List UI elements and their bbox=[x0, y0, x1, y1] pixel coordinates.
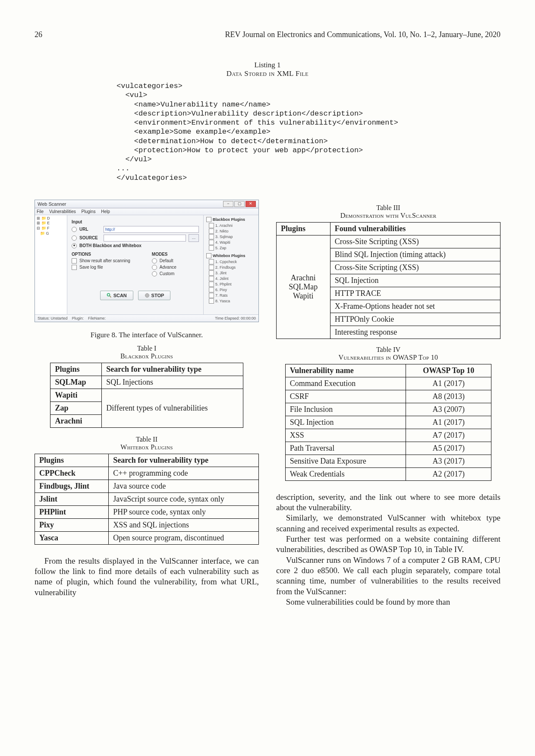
table-4: Vulnerability nameOWASP Top 10 Command E… bbox=[285, 364, 491, 481]
stop-button[interactable]: STOP bbox=[138, 291, 171, 300]
table-2-title: Whitebox Plugins bbox=[35, 443, 259, 451]
source-input[interactable] bbox=[104, 235, 186, 242]
journal-title: REV Journal on Electronics and Communica… bbox=[225, 30, 500, 39]
blackbox-group-checkbox[interactable] bbox=[206, 217, 211, 222]
plugin-checkbox[interactable] bbox=[209, 293, 214, 298]
table-cell: A1 (2017) bbox=[406, 377, 491, 390]
stop-button-label: STOP bbox=[151, 293, 164, 298]
url-radio[interactable] bbox=[72, 227, 77, 232]
menu-help[interactable]: Help bbox=[101, 209, 110, 214]
mode-default-radio[interactable] bbox=[152, 258, 157, 264]
table-cell: Cross-Site Scripting (XSS) bbox=[330, 235, 500, 248]
plugin-checkbox[interactable] bbox=[209, 276, 214, 281]
menu-file[interactable]: File bbox=[37, 209, 44, 214]
table-cell: Findbugs, Jlint bbox=[35, 480, 109, 492]
browse-button[interactable]: … bbox=[189, 234, 199, 242]
plugin-label: 8. Yasca bbox=[215, 299, 230, 303]
show-result-checkbox[interactable] bbox=[72, 258, 77, 264]
plugin-checkbox[interactable] bbox=[209, 229, 214, 234]
table-cell: Blind SQL Injection (timing attack) bbox=[330, 248, 500, 261]
table-cell: CPPCheck bbox=[35, 467, 109, 480]
window-titlebar: Web Scanner − ▢ ✕ bbox=[35, 200, 258, 208]
paragraph: From the results displayed in the VulSca… bbox=[35, 556, 259, 598]
menu-vulnerabilities[interactable]: Vulnerabilities bbox=[49, 209, 76, 214]
save-log-label: Save log file bbox=[79, 265, 103, 270]
table-4-title: Vulnerabilities in OWASP Top 10 bbox=[276, 354, 500, 361]
scan-button[interactable]: SCAN bbox=[100, 291, 133, 300]
plugin-checkbox[interactable] bbox=[209, 259, 214, 264]
svg-point-2 bbox=[145, 293, 149, 297]
status-value: Unstarted bbox=[51, 316, 68, 320]
table-2: PluginsSearch for vulnerability type CPP… bbox=[35, 454, 259, 545]
table-cell: SQLMap bbox=[50, 376, 102, 389]
table-cell: SQL Injection bbox=[285, 416, 406, 429]
maximize-button[interactable]: ▢ bbox=[234, 201, 245, 207]
table-header: OWASP Top 10 bbox=[406, 364, 491, 377]
plugin-checkbox[interactable] bbox=[209, 287, 214, 292]
plugin-label: 2. Nikto bbox=[215, 229, 229, 233]
tree-node[interactable]: ⊞ 📁 D bbox=[36, 216, 66, 221]
minimize-button[interactable]: − bbox=[223, 201, 233, 207]
save-log-checkbox[interactable] bbox=[72, 265, 77, 270]
table-1: PluginsSearch for vulnerability type SQL… bbox=[50, 363, 243, 428]
whitebox-group-checkbox[interactable] bbox=[206, 253, 211, 258]
table-cell: HTTP TRACE bbox=[330, 287, 500, 300]
table-cell: JavaScript source code, syntax only bbox=[109, 492, 259, 505]
table-cell: PHPlint bbox=[35, 505, 109, 518]
tree-node[interactable]: 📁 G bbox=[36, 231, 66, 236]
source-radio[interactable] bbox=[72, 235, 77, 241]
mode-custom-radio[interactable] bbox=[152, 271, 157, 276]
folder-tree[interactable]: ⊞ 📁 D ⊞ 📁 E ⊟ 📁 F 📁 G bbox=[35, 215, 67, 314]
source-label: SOURCE bbox=[79, 235, 101, 240]
table-cell: Command Execution bbox=[285, 377, 406, 390]
plugin-checkbox[interactable] bbox=[209, 245, 214, 251]
paragraph: Similarly, we demonstrated VulScanner wi… bbox=[276, 513, 500, 534]
both-label: BOTH Blackbox and Whitebox bbox=[79, 243, 142, 248]
plugin-checkbox[interactable] bbox=[209, 270, 214, 276]
table-cell: File Inclusion bbox=[285, 403, 406, 416]
plugin-label: 1. Cppcheck bbox=[215, 260, 237, 264]
tree-node[interactable]: ⊞ 📁 E bbox=[36, 221, 66, 226]
table-cell: XSS bbox=[285, 429, 406, 442]
plugin-label: 3. Jlint bbox=[215, 271, 227, 275]
table-cell: SQL Injections bbox=[102, 376, 243, 389]
table-header: Plugins bbox=[277, 222, 330, 235]
table-cell: Zap bbox=[50, 402, 102, 414]
options-title: OPTIONS bbox=[72, 252, 130, 257]
plugin-label: 4. Wapiti bbox=[215, 240, 230, 245]
plugin-checkbox[interactable] bbox=[209, 223, 214, 228]
plugin-label: 1. Arachni bbox=[215, 223, 233, 228]
table-cell: CSRF bbox=[285, 390, 406, 403]
table-4-label: Table IV bbox=[276, 346, 500, 354]
status-bar: Status: Unstarted Plugin: FileName: Time… bbox=[35, 314, 258, 322]
table-cell: Weak Credentials bbox=[285, 467, 406, 480]
table-cell: Interesting response bbox=[330, 326, 500, 339]
url-input[interactable]: http:// bbox=[104, 226, 199, 233]
table-3-label: Table III bbox=[276, 204, 500, 212]
both-radio[interactable] bbox=[72, 243, 77, 248]
menu-plugins[interactable]: Plugins bbox=[82, 209, 96, 214]
plugin-checkbox[interactable] bbox=[209, 298, 214, 304]
table-header: Plugins bbox=[35, 454, 109, 467]
close-button[interactable]: ✕ bbox=[245, 201, 256, 207]
listing-label: Listing 1 bbox=[35, 61, 500, 69]
paragraph: VulScanner runs on Windows 7 of a comput… bbox=[276, 555, 500, 597]
plugin-label: 6. Pixy bbox=[215, 288, 227, 292]
plugin-checkbox[interactable] bbox=[209, 234, 214, 239]
status-label: Status: bbox=[38, 316, 50, 320]
plugin-checkbox[interactable] bbox=[209, 265, 214, 270]
mode-advance-radio[interactable] bbox=[152, 265, 157, 270]
plugin-checkbox[interactable] bbox=[209, 282, 214, 287]
table-1-title: Blackbox Plugins bbox=[35, 352, 259, 360]
tree-node[interactable]: ⊟ 📁 F bbox=[36, 226, 66, 231]
plugin-checkbox[interactable] bbox=[209, 240, 214, 245]
plugin-label: 7. Rats bbox=[215, 293, 228, 298]
table-cell: A3 (2017) bbox=[406, 455, 491, 467]
paragraph: Some vulnerabilities could be found by m… bbox=[276, 597, 500, 607]
figure-8-caption: Figure 8. The interface of VulScanner. bbox=[35, 331, 259, 339]
table-1-caption: Table I Blackbox Plugins bbox=[35, 345, 259, 360]
table-cell: Arachni SQLMap Wapiti bbox=[277, 235, 330, 339]
input-section-title: Input bbox=[72, 220, 199, 224]
table-cell: A5 (2017) bbox=[406, 442, 491, 455]
table-cell: Open source program, discontinued bbox=[109, 531, 259, 544]
